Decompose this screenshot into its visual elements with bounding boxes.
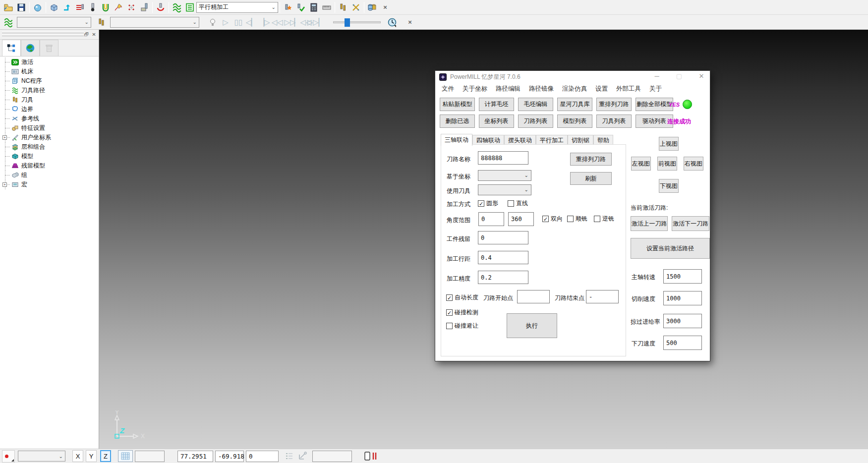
refresh-button[interactable]: 刷新 bbox=[570, 172, 612, 185]
verify-tool-icon[interactable] bbox=[294, 1, 307, 14]
stock-allowance-input[interactable] bbox=[478, 231, 528, 244]
auto-length-checkbox[interactable]: 自动长度 bbox=[446, 293, 478, 302]
menu-path-mirror[interactable]: 路径镜像 bbox=[529, 85, 554, 93]
raster-pattern-icon[interactable] bbox=[73, 1, 86, 14]
block-icon[interactable] bbox=[48, 1, 60, 14]
activate-prev-toolpath-button[interactable]: 激活上一刀路 bbox=[631, 216, 668, 231]
view-right-button[interactable]: 右视图 bbox=[684, 157, 703, 171]
tool-pair-icon[interactable] bbox=[337, 1, 349, 14]
tool-library-button[interactable]: 星河刀具库 bbox=[557, 98, 592, 111]
sim-tool-combobox[interactable]: ⌄ bbox=[110, 17, 199, 28]
tree-item-groups[interactable]: 组 bbox=[0, 171, 99, 180]
toolpath-list-icon[interactable] bbox=[183, 1, 196, 14]
sim-toolpath-combobox[interactable]: ⌄ bbox=[17, 17, 91, 28]
activate-next-toolpath-button[interactable]: 激活下一刀路 bbox=[672, 216, 709, 231]
cursor-y-field[interactable]: -69.918 bbox=[215, 451, 244, 462]
locate-point-icon[interactable] bbox=[297, 451, 308, 461]
angle-to-input[interactable] bbox=[508, 212, 534, 226]
tree-item-machine[interactable]: 机床 bbox=[0, 67, 99, 76]
stepover-input[interactable] bbox=[478, 251, 528, 264]
menu-about[interactable]: 关于 bbox=[649, 85, 662, 93]
tree-item-toolpaths[interactable]: 刀具路径 bbox=[0, 86, 99, 95]
sim-step-back-icon[interactable]: ◁▏ bbox=[245, 16, 258, 29]
workplane-select[interactable]: ⌄ bbox=[478, 170, 531, 181]
boundary-icon[interactable] bbox=[99, 1, 112, 14]
expand-icon[interactable]: + bbox=[2, 135, 7, 140]
tree-item-tools[interactable]: 刀具 bbox=[0, 95, 99, 105]
toolbar-close-icon[interactable]: × bbox=[379, 1, 392, 14]
feature-set-icon[interactable] bbox=[125, 1, 138, 14]
maximize-icon[interactable]: ▢ bbox=[674, 72, 684, 81]
plunge-feed-input[interactable] bbox=[663, 336, 702, 350]
menu-settings[interactable]: 设置 bbox=[595, 85, 608, 93]
menu-workplane[interactable]: 关于坐标 bbox=[463, 85, 487, 93]
checkbox[interactable] bbox=[446, 309, 453, 316]
shaded-view-icon[interactable] bbox=[31, 1, 44, 14]
path-start-input[interactable] bbox=[517, 290, 550, 303]
stock-edit-button[interactable]: 毛坯编辑 bbox=[518, 98, 553, 111]
calculator-icon[interactable] bbox=[307, 1, 320, 14]
slider-handle[interactable] bbox=[345, 18, 350, 27]
execute-button[interactable]: 执行 bbox=[507, 313, 557, 338]
checkbox[interactable] bbox=[542, 216, 549, 222]
sim-rewind-icon[interactable]: ◁◁ bbox=[271, 16, 284, 29]
sim-toolbar-close-icon[interactable]: × bbox=[404, 16, 416, 29]
tab-explorer-tree[interactable] bbox=[2, 40, 21, 56]
measure-field[interactable] bbox=[312, 451, 352, 462]
grid-snap-button[interactable] bbox=[118, 450, 133, 462]
checkbox[interactable] bbox=[446, 294, 453, 301]
view-bottom-button[interactable]: 下视图 bbox=[659, 179, 679, 193]
tree-item-macros[interactable]: +宏 bbox=[0, 180, 99, 189]
collision-check-icon[interactable] bbox=[154, 1, 167, 14]
menu-external-tools[interactable]: 外部工具 bbox=[616, 85, 641, 93]
axis-z-button[interactable]: Z bbox=[100, 450, 111, 462]
checkbox[interactable] bbox=[594, 216, 600, 222]
pattern-curve-icon[interactable] bbox=[112, 1, 125, 14]
toolpath-strategy-icon[interactable] bbox=[60, 1, 73, 14]
menu-path-edit[interactable]: 路径编辑 bbox=[496, 85, 521, 93]
view-top-button[interactable]: 上视图 bbox=[659, 137, 679, 151]
set-current-active-path-button[interactable]: 设置当前激活路径 bbox=[631, 238, 710, 259]
path-end-input[interactable] bbox=[586, 290, 619, 303]
cursor-z-field[interactable]: 0 bbox=[246, 451, 279, 462]
mode-circle-checkbox[interactable]: 圆形 bbox=[478, 199, 498, 208]
draw-point-tool[interactable] bbox=[2, 450, 15, 463]
tree-item-patterns[interactable]: 参考线 bbox=[0, 114, 99, 123]
nc-program-icon[interactable] bbox=[282, 1, 294, 14]
checkbox[interactable] bbox=[446, 323, 453, 329]
delete-selected-button[interactable]: 删除已选 bbox=[440, 115, 475, 128]
mode-line-checkbox[interactable]: 直线 bbox=[508, 199, 528, 208]
tree-item-levels-sets[interactable]: 层和组合 bbox=[0, 142, 99, 152]
model-list-button[interactable]: 模型列表 bbox=[557, 115, 592, 128]
pause-queue-icon[interactable] bbox=[364, 451, 377, 461]
view-left-button[interactable]: 左视图 bbox=[631, 157, 651, 171]
tolerance-input[interactable] bbox=[478, 271, 528, 284]
form-reorder-button[interactable]: 重排列刀路 bbox=[570, 153, 612, 166]
expand-icon[interactable]: + bbox=[2, 182, 7, 187]
grid-size-field[interactable] bbox=[135, 451, 165, 462]
tool-list-button[interactable]: 刀具列表 bbox=[596, 115, 632, 128]
tree-item-models[interactable]: 模型 bbox=[0, 152, 99, 161]
tree-item-nc-programs[interactable]: NC程序 bbox=[0, 76, 99, 86]
calc-stock-button[interactable]: 计算毛坯 bbox=[479, 98, 514, 111]
tree-item-feature-sets[interactable]: 特征设置 bbox=[0, 123, 99, 133]
minimize-icon[interactable]: ─ bbox=[652, 72, 662, 81]
collision-check-checkbox[interactable]: 碰撞检测 bbox=[446, 308, 478, 317]
cutting-feed-input[interactable] bbox=[663, 291, 702, 305]
sim-step-forward-icon[interactable]: ▕▷ bbox=[258, 16, 271, 29]
conventional-mill-checkbox[interactable]: 逆铣 bbox=[594, 215, 614, 223]
coordinate-mode-combobox[interactable]: ⌄ bbox=[18, 451, 65, 462]
toolpath-list-button[interactable]: 刀路列表 bbox=[518, 115, 553, 128]
sim-play-icon[interactable]: ▷ bbox=[219, 16, 232, 29]
active-strategy-combobox[interactable]: 平行精加工 ⌄ bbox=[196, 2, 278, 13]
axis-x-button[interactable]: X bbox=[72, 450, 83, 462]
climb-mill-checkbox[interactable]: 顺铣 bbox=[567, 215, 587, 223]
menu-file[interactable]: 文件 bbox=[442, 85, 454, 93]
measure-ruler-icon[interactable] bbox=[320, 1, 333, 14]
tree-item-stock-models[interactable]: 残留模型 bbox=[0, 161, 99, 171]
tree-item-boundaries[interactable]: 边界 bbox=[0, 105, 99, 114]
delete-all-models-button[interactable]: 删除全部模型 bbox=[636, 98, 673, 111]
menu-render-sim[interactable]: 渲染仿真 bbox=[562, 85, 587, 93]
tab-explorer-trash[interactable] bbox=[40, 40, 58, 56]
cursor-x-field[interactable]: 77.2951 bbox=[177, 451, 213, 462]
